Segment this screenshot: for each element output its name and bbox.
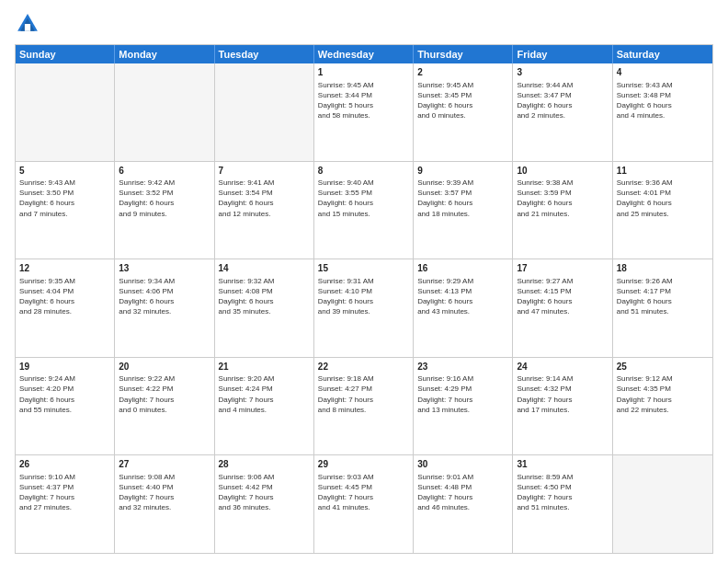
day-info: Sunrise: 9:41 AM Sunset: 3:54 PM Dayligh… — [219, 178, 310, 219]
calendar-body: 1Sunrise: 9:45 AM Sunset: 3:44 PM Daylig… — [16, 63, 712, 553]
day-number: 21 — [219, 361, 310, 373]
day-info: Sunrise: 9:43 AM Sunset: 3:50 PM Dayligh… — [19, 178, 110, 219]
day-info: Sunrise: 9:10 AM Sunset: 4:37 PM Dayligh… — [19, 472, 110, 513]
weekday-header-monday: Monday — [115, 45, 214, 63]
calendar-cell-day-20: 20Sunrise: 9:22 AM Sunset: 4:22 PM Dayli… — [115, 358, 214, 455]
day-info: Sunrise: 9:01 AM Sunset: 4:48 PM Dayligh… — [417, 472, 508, 513]
day-number: 1 — [318, 66, 409, 79]
day-number: 20 — [119, 361, 210, 373]
day-number: 2 — [417, 66, 508, 79]
weekday-header-thursday: Thursday — [414, 45, 513, 63]
calendar-row-1: 5Sunrise: 9:43 AM Sunset: 3:50 PM Daylig… — [16, 161, 712, 259]
day-info: Sunrise: 9:26 AM Sunset: 4:17 PM Dayligh… — [617, 276, 709, 317]
calendar-cell-empty — [215, 63, 314, 161]
day-number: 31 — [517, 458, 608, 471]
day-info: Sunrise: 9:39 AM Sunset: 3:57 PM Dayligh… — [417, 178, 508, 219]
calendar-cell-empty — [613, 455, 712, 553]
calendar-cell-day-24: 24Sunrise: 9:14 AM Sunset: 4:32 PM Dayli… — [513, 358, 612, 455]
calendar-cell-day-17: 17Sunrise: 9:27 AM Sunset: 4:15 PM Dayli… — [513, 259, 612, 357]
day-number: 16 — [417, 262, 508, 275]
day-info: Sunrise: 9:45 AM Sunset: 3:45 PM Dayligh… — [417, 80, 508, 121]
calendar-row-0: 1Sunrise: 9:45 AM Sunset: 3:44 PM Daylig… — [16, 63, 712, 161]
calendar-cell-day-21: 21Sunrise: 9:20 AM Sunset: 4:24 PM Dayli… — [215, 358, 314, 455]
day-number: 30 — [417, 458, 508, 471]
calendar-cell-day-31: 31Sunrise: 8:59 AM Sunset: 4:50 PM Dayli… — [513, 455, 612, 553]
calendar-cell-day-15: 15Sunrise: 9:31 AM Sunset: 4:10 PM Dayli… — [314, 259, 414, 357]
calendar-cell-day-6: 6Sunrise: 9:42 AM Sunset: 3:52 PM Daylig… — [115, 162, 214, 259]
day-number: 26 — [19, 458, 110, 471]
calendar-cell-day-7: 7Sunrise: 9:41 AM Sunset: 3:54 PM Daylig… — [215, 162, 314, 259]
day-number: 28 — [219, 458, 310, 471]
calendar-cell-day-25: 25Sunrise: 9:12 AM Sunset: 4:35 PM Dayli… — [613, 358, 712, 455]
weekday-header-saturday: Saturday — [613, 45, 712, 63]
calendar-cell-day-5: 5Sunrise: 9:43 AM Sunset: 3:50 PM Daylig… — [16, 162, 115, 259]
calendar-cell-empty — [115, 63, 214, 161]
calendar-cell-day-22: 22Sunrise: 9:18 AM Sunset: 4:27 PM Dayli… — [314, 358, 414, 455]
day-number: 29 — [318, 458, 409, 471]
day-number: 15 — [318, 262, 409, 275]
day-info: Sunrise: 9:20 AM Sunset: 4:24 PM Dayligh… — [219, 373, 310, 415]
weekday-header-sunday: Sunday — [16, 45, 115, 63]
day-info: Sunrise: 9:29 AM Sunset: 4:13 PM Dayligh… — [417, 276, 508, 317]
weekday-header-wednesday: Wednesday — [314, 45, 414, 63]
calendar-row-3: 19Sunrise: 9:24 AM Sunset: 4:20 PM Dayli… — [16, 357, 712, 455]
calendar-cell-day-8: 8Sunrise: 9:40 AM Sunset: 3:55 PM Daylig… — [314, 162, 414, 259]
day-number: 6 — [119, 165, 210, 178]
day-info: Sunrise: 9:45 AM Sunset: 3:44 PM Dayligh… — [318, 80, 409, 121]
header — [15, 11, 713, 37]
day-number: 9 — [417, 165, 508, 178]
logo-icon — [15, 11, 40, 37]
page: SundayMondayTuesdayWednesdayThursdayFrid… — [0, 0, 728, 563]
day-number: 7 — [219, 165, 310, 178]
calendar-cell-day-23: 23Sunrise: 9:16 AM Sunset: 4:29 PM Dayli… — [414, 358, 513, 455]
day-number: 11 — [617, 165, 709, 178]
calendar-row-2: 12Sunrise: 9:35 AM Sunset: 4:04 PM Dayli… — [16, 259, 712, 357]
day-info: Sunrise: 9:03 AM Sunset: 4:45 PM Dayligh… — [318, 472, 409, 513]
logo — [15, 11, 44, 37]
weekday-header-friday: Friday — [513, 45, 612, 63]
calendar-cell-day-30: 30Sunrise: 9:01 AM Sunset: 4:48 PM Dayli… — [414, 455, 513, 553]
day-number: 22 — [318, 361, 409, 373]
calendar-cell-day-27: 27Sunrise: 9:08 AM Sunset: 4:40 PM Dayli… — [115, 455, 214, 553]
day-info: Sunrise: 9:36 AM Sunset: 4:01 PM Dayligh… — [617, 178, 709, 219]
weekday-header-tuesday: Tuesday — [215, 45, 314, 63]
day-info: Sunrise: 9:06 AM Sunset: 4:42 PM Dayligh… — [219, 472, 310, 513]
day-info: Sunrise: 9:18 AM Sunset: 4:27 PM Dayligh… — [318, 373, 409, 415]
calendar-cell-day-26: 26Sunrise: 9:10 AM Sunset: 4:37 PM Dayli… — [16, 455, 115, 553]
day-info: Sunrise: 9:35 AM Sunset: 4:04 PM Dayligh… — [19, 276, 110, 317]
calendar-cell-day-3: 3Sunrise: 9:44 AM Sunset: 3:47 PM Daylig… — [513, 63, 612, 161]
calendar-cell-day-14: 14Sunrise: 9:32 AM Sunset: 4:08 PM Dayli… — [215, 259, 314, 357]
day-info: Sunrise: 9:40 AM Sunset: 3:55 PM Dayligh… — [318, 178, 409, 219]
day-number: 17 — [517, 262, 608, 275]
day-info: Sunrise: 9:16 AM Sunset: 4:29 PM Dayligh… — [417, 373, 508, 415]
day-number: 8 — [318, 165, 409, 178]
svg-rect-2 — [25, 24, 30, 31]
calendar-cell-day-19: 19Sunrise: 9:24 AM Sunset: 4:20 PM Dayli… — [16, 358, 115, 455]
calendar-cell-day-4: 4Sunrise: 9:43 AM Sunset: 3:48 PM Daylig… — [613, 63, 712, 161]
calendar-cell-day-16: 16Sunrise: 9:29 AM Sunset: 4:13 PM Dayli… — [414, 259, 513, 357]
day-number: 27 — [119, 458, 210, 471]
day-number: 23 — [417, 361, 508, 373]
day-info: Sunrise: 9:08 AM Sunset: 4:40 PM Dayligh… — [119, 472, 210, 513]
calendar-cell-day-1: 1Sunrise: 9:45 AM Sunset: 3:44 PM Daylig… — [314, 63, 414, 161]
day-info: Sunrise: 9:44 AM Sunset: 3:47 PM Dayligh… — [517, 80, 608, 121]
day-number: 5 — [19, 165, 110, 178]
calendar-cell-day-12: 12Sunrise: 9:35 AM Sunset: 4:04 PM Dayli… — [16, 259, 115, 357]
day-number: 3 — [517, 66, 608, 79]
day-info: Sunrise: 9:32 AM Sunset: 4:08 PM Dayligh… — [219, 276, 310, 317]
day-info: Sunrise: 9:12 AM Sunset: 4:35 PM Dayligh… — [617, 373, 709, 415]
calendar-cell-day-18: 18Sunrise: 9:26 AM Sunset: 4:17 PM Dayli… — [613, 259, 712, 357]
day-info: Sunrise: 9:43 AM Sunset: 3:48 PM Dayligh… — [617, 80, 709, 121]
calendar-cell-day-10: 10Sunrise: 9:38 AM Sunset: 3:59 PM Dayli… — [513, 162, 612, 259]
day-info: Sunrise: 9:34 AM Sunset: 4:06 PM Dayligh… — [119, 276, 210, 317]
day-info: Sunrise: 9:14 AM Sunset: 4:32 PM Dayligh… — [517, 373, 608, 415]
calendar-cell-day-11: 11Sunrise: 9:36 AM Sunset: 4:01 PM Dayli… — [613, 162, 712, 259]
day-number: 19 — [19, 361, 110, 373]
day-number: 10 — [517, 165, 608, 178]
calendar-cell-day-9: 9Sunrise: 9:39 AM Sunset: 3:57 PM Daylig… — [414, 162, 513, 259]
calendar-header: SundayMondayTuesdayWednesdayThursdayFrid… — [16, 45, 712, 63]
day-number: 18 — [617, 262, 709, 275]
day-info: Sunrise: 9:22 AM Sunset: 4:22 PM Dayligh… — [119, 373, 210, 415]
day-number: 4 — [617, 66, 709, 79]
calendar-cell-day-29: 29Sunrise: 9:03 AM Sunset: 4:45 PM Dayli… — [314, 455, 414, 553]
